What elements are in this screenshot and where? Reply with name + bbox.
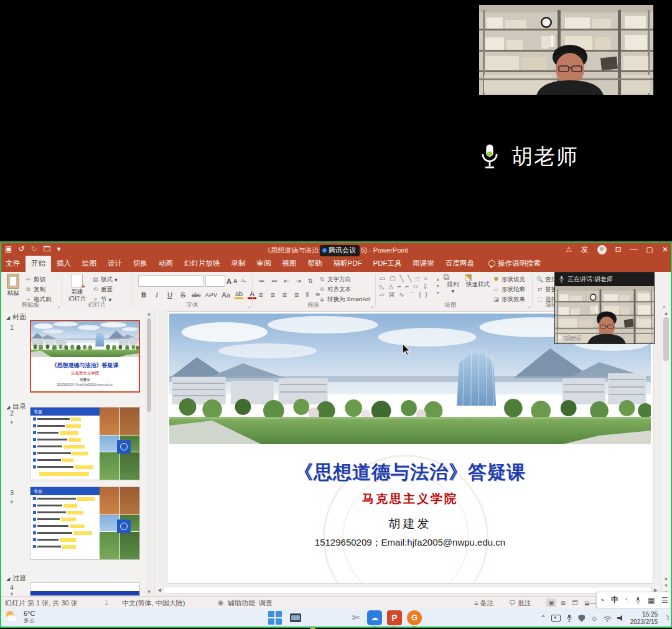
minimize-button[interactable]: — bbox=[630, 245, 638, 254]
slide2-number: 2 bbox=[10, 409, 14, 417]
folder-icon[interactable] bbox=[309, 625, 324, 629]
slide-thumbnail-panel: ◢封面 1 《思想道德与法治》答疑课 马克思主义学院 胡建发 151296502… bbox=[0, 310, 154, 596]
tray-camera-icon[interactable] bbox=[551, 615, 561, 622]
webcam-scene bbox=[479, 5, 653, 95]
slide2-animation-star: ✦ bbox=[9, 419, 14, 426]
weather-icon bbox=[5, 610, 20, 623]
notification-moon-icon[interactable]: ☽ bbox=[663, 614, 670, 622]
start-button[interactable] bbox=[268, 610, 284, 627]
reading-view-button[interactable]: 🗖 bbox=[570, 599, 580, 607]
thumbnail-slide-4[interactable] bbox=[30, 582, 140, 596]
drawing-dialog-launcher[interactable]: ⌟ bbox=[528, 303, 530, 309]
previous-slide-button[interactable]: ▲ bbox=[661, 575, 671, 581]
speaking-mic-icon bbox=[559, 276, 564, 283]
tab-draw[interactable]: 绘图 bbox=[77, 256, 102, 272]
scroll-left-icon[interactable]: ◀ bbox=[157, 587, 161, 593]
next-slide-button[interactable]: ▼ bbox=[661, 583, 671, 589]
section-toc[interactable]: ◢目录 bbox=[6, 402, 26, 411]
slide3-number: 3 bbox=[10, 489, 14, 496]
slides-group: 幻灯片 bbox=[62, 272, 132, 310]
slide-title: 《思想道德与法治》答疑课 bbox=[167, 460, 653, 485]
tab-home[interactable]: 开始 bbox=[26, 256, 51, 272]
notes-button[interactable]: ≡ 备注 bbox=[474, 599, 493, 608]
file-explorer-icon[interactable] bbox=[288, 610, 303, 625]
tab-animations[interactable]: 动画 bbox=[153, 256, 179, 272]
snipping-tool-icon[interactable]: ✄ bbox=[348, 610, 363, 625]
maximize-button[interactable]: ▢ bbox=[646, 245, 653, 254]
ime-toolbar[interactable]: ◔ 中 °, ▦ ☰ bbox=[596, 592, 672, 608]
slide-department: 马克思主义学院 bbox=[167, 491, 653, 507]
tellme-search[interactable]: 操作说明搜索 bbox=[480, 256, 546, 272]
close-button[interactable]: ✕ bbox=[662, 245, 668, 254]
ime-menu-icon[interactable]: ☰ bbox=[661, 596, 668, 605]
slide-author: 胡建发 bbox=[167, 516, 653, 532]
tab-insert[interactable]: 插入 bbox=[51, 256, 77, 272]
tab-help[interactable]: 帮助 bbox=[302, 256, 328, 272]
thumbnail-slide-3[interactable]: 专题 bbox=[30, 487, 140, 560]
tab-rain-classroom[interactable]: 雨课堂 bbox=[408, 256, 441, 272]
tab-review[interactable]: 审阅 bbox=[251, 256, 277, 272]
thumbnail-slide-1[interactable]: 《思想道德与法治》答疑课 马克思主义学院 胡建发 15129650209; Em… bbox=[30, 320, 140, 393]
comments-button[interactable]: 🗩 批注 bbox=[509, 599, 531, 608]
tray-ime-icon[interactable]: ☺ bbox=[590, 615, 597, 622]
ime-punct-icon[interactable]: °, bbox=[625, 597, 629, 603]
baidu-netdisk-icon[interactable]: ☁ bbox=[367, 610, 382, 625]
volume-icon[interactable] bbox=[617, 615, 625, 622]
account-avatar[interactable] bbox=[597, 245, 607, 254]
taskbar-clock[interactable]: 15:25 2023/2/15 bbox=[630, 611, 658, 626]
tab-transitions[interactable]: 切换 bbox=[128, 256, 153, 272]
tab-foxit-pdf[interactable]: 福昕PDF bbox=[328, 256, 368, 272]
speaker-name: 胡老师 bbox=[511, 142, 579, 171]
lightbulb-icon bbox=[488, 260, 495, 267]
tab-view[interactable]: 视图 bbox=[277, 256, 302, 272]
defender-shield-icon[interactable] bbox=[578, 615, 585, 622]
vertical-scrollbar[interactable]: ▲ ▲ ▼ ▼ bbox=[661, 310, 671, 596]
paragraph-dialog-launcher[interactable]: ⌟ bbox=[371, 303, 373, 309]
thumb3-list bbox=[30, 495, 100, 550]
tab-slideshow[interactable]: 幻灯片放映 bbox=[179, 256, 226, 272]
accessibility-status[interactable]: 辅助功能: 调查 bbox=[228, 599, 273, 608]
powerpoint-taskbar-icon[interactable]: P bbox=[387, 610, 402, 625]
slide3-animation-star: ✦ bbox=[9, 499, 14, 505]
tray-expand-icon[interactable]: ⌃ bbox=[540, 614, 546, 622]
ribbon-tabs: 文件 开始 插入 绘图 设计 切换 动画 幻灯片放映 录制 审阅 视图 帮助 福… bbox=[0, 257, 672, 272]
tab-record[interactable]: 录制 bbox=[226, 256, 251, 272]
speaker-banner: 胡老师 bbox=[479, 138, 653, 175]
slide-counter: 幻灯片 第 1 张, 共 30 张 bbox=[5, 599, 78, 608]
tab-pdf-tools[interactable]: PDF工具 bbox=[368, 256, 408, 272]
normal-view-button[interactable]: ▣ bbox=[546, 599, 556, 607]
orange-app-icon[interactable]: G bbox=[407, 610, 422, 625]
wifi-icon[interactable] bbox=[604, 615, 612, 622]
tray-mic-icon[interactable] bbox=[566, 614, 572, 622]
ime-grid-icon[interactable]: ▦ bbox=[648, 596, 655, 605]
ime-mic-icon[interactable] bbox=[635, 597, 641, 604]
clipboard-dialog-launcher[interactable]: ⌟ bbox=[57, 303, 60, 309]
accessibility-icon: ◉ bbox=[218, 599, 224, 607]
tab-baidu-netdisk[interactable]: 百度网盘 bbox=[440, 256, 480, 272]
section-cover[interactable]: ◢封面 bbox=[6, 312, 26, 322]
thumb1-photo bbox=[31, 321, 139, 357]
collapse-ribbon-icon[interactable]: ⌃ bbox=[661, 305, 667, 313]
thumbnail-scrollbar[interactable]: ▲▼ bbox=[146, 310, 152, 596]
horizontal-scrollbar[interactable]: ◀▶ bbox=[156, 586, 660, 594]
thumbnail-slide-2[interactable]: 专题 bbox=[30, 407, 140, 480]
tab-file[interactable]: 文件 bbox=[0, 256, 26, 272]
taskbar: 6°C 多云 ✄ ☁ P G ⌃ ☺ 15:25 2023/2/15 ☽ bbox=[0, 608, 672, 628]
font-dialog-launcher[interactable]: ⌟ bbox=[248, 303, 250, 309]
tencent-meeting-logo bbox=[322, 248, 327, 253]
weather-temp: 6°C bbox=[24, 610, 35, 617]
titlebar: ▣ ↺ ↻ 🗔 ▾ 《思想道德与法治腾讯会议5) - PowerPoint ⚠ … bbox=[0, 243, 672, 257]
paragraph-group: 段落 ⌟ bbox=[253, 272, 375, 310]
taskbar-weather[interactable]: 6°C 多云 bbox=[5, 610, 35, 623]
ime-mode[interactable]: 中 bbox=[611, 595, 618, 605]
nametag-mic-icon bbox=[558, 335, 562, 341]
meeting-floating-panel[interactable]: 正在讲话:胡老师 胡老师 bbox=[554, 272, 655, 344]
ribbon-display-options-icon[interactable]: ⊡ bbox=[615, 245, 622, 254]
language-status[interactable]: 中文(简体, 中国大陆) bbox=[122, 599, 185, 608]
share-label[interactable]: 发 bbox=[581, 245, 589, 255]
section-transition[interactable]: ◢过渡 bbox=[6, 574, 26, 583]
slide-sorter-button[interactable]: ⊞ bbox=[558, 599, 568, 607]
slide-contact: 15129650209；Email:hjfa2005@nwpu.edu.cn bbox=[167, 537, 653, 549]
drawing-group: 绘图 ⌟ bbox=[376, 272, 531, 310]
tab-design[interactable]: 设计 bbox=[102, 256, 128, 272]
